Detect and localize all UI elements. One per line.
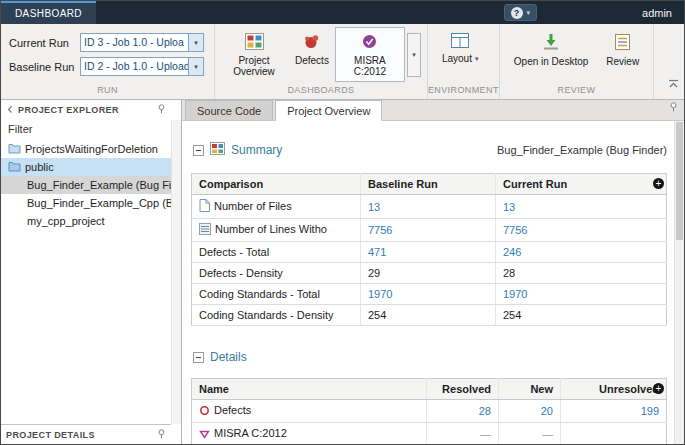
tab-project-overview[interactable]: Project Overview bbox=[275, 100, 382, 121]
new-value-link[interactable]: 20 bbox=[541, 405, 553, 417]
metric-name: Number of Lines Witho bbox=[215, 223, 327, 235]
review-group: Open in Desktop Review REVIEW bbox=[500, 24, 654, 99]
file-icon bbox=[199, 199, 210, 214]
sidebar-scrollbar[interactable] bbox=[171, 120, 181, 424]
baseline-run-value: ID 2 - Job 1.0 - Upload bbox=[81, 58, 188, 75]
tree-item-bug-finder-example-cpp[interactable]: Bug_Finder_Example_Cpp (Bu bbox=[1, 194, 171, 212]
category-name: MISRA C:2012 bbox=[214, 427, 287, 439]
tree-item-projects-waiting-for-deletion[interactable]: ProjectsWaitingForDeletion bbox=[1, 140, 171, 158]
project-overview-icon bbox=[245, 33, 264, 52]
dashboards-group-label: DASHBOARDS bbox=[215, 85, 427, 99]
add-widget-button[interactable]: + bbox=[653, 178, 664, 189]
current-value: 28 bbox=[503, 267, 515, 279]
help-button[interactable]: ? ▾ bbox=[504, 4, 538, 21]
current-value-link[interactable]: 7756 bbox=[503, 224, 527, 236]
metric-name: Defects - Total bbox=[199, 246, 269, 258]
collapse-panel-icon[interactable] bbox=[6, 105, 14, 116]
pin-icon[interactable] bbox=[157, 104, 166, 116]
tab-bar: Source Code Project Overview bbox=[182, 100, 684, 121]
tree-item-public[interactable]: public bbox=[1, 158, 171, 176]
unresolved-value-link[interactable]: 199 bbox=[641, 405, 659, 417]
current-value-link[interactable]: 246 bbox=[503, 246, 521, 258]
current-run-select[interactable]: ID 3 - Job 1.0 - Uploa ▾ bbox=[80, 33, 204, 52]
current-value-link[interactable]: 13 bbox=[503, 201, 515, 213]
details-title: Details bbox=[210, 350, 247, 364]
help-icon: ? bbox=[511, 7, 523, 19]
tree-item-my-cpp-project[interactable]: my_cpp_project bbox=[1, 212, 171, 230]
baseline-value-link[interactable]: 7756 bbox=[368, 224, 392, 236]
tree-item-label: public bbox=[25, 161, 54, 173]
tab-source-code[interactable]: Source Code bbox=[185, 100, 273, 120]
tree-item-label: ProjectsWaitingForDeletion bbox=[25, 143, 158, 155]
baseline-value-link[interactable]: 13 bbox=[368, 201, 380, 213]
project-name: Bug_Finder_Example (Bug Finder) bbox=[497, 144, 667, 156]
baseline-run-row: Baseline Run ID 2 - Job 1.0 - Upload ▾ bbox=[9, 57, 204, 76]
layout-button-label: Layout bbox=[442, 53, 472, 64]
details-header-row: Name Resolved New Unresolved bbox=[192, 379, 667, 400]
tree-item-bug-finder-example[interactable]: Bug_Finder_Example (Bug Fin bbox=[1, 176, 171, 194]
app-window: DASHBOARD ? ▾ admin Current Run ID 3 - J… bbox=[0, 0, 685, 445]
metric-name: Coding Standards - Total bbox=[199, 288, 320, 300]
table-row: MISRA C:2012 — — bbox=[192, 423, 667, 445]
new-value: — bbox=[542, 428, 553, 440]
current-run-label: Current Run bbox=[9, 37, 75, 49]
misra-icon bbox=[360, 33, 379, 52]
resolved-value-link[interactable]: 28 bbox=[479, 405, 491, 417]
details-table-wrap: Name Resolved New Unresolved Defects 28 … bbox=[191, 378, 667, 444]
column-header-resolved: Resolved bbox=[427, 379, 499, 400]
metric-name: Defects - Density bbox=[199, 267, 283, 279]
user-menu[interactable]: admin bbox=[642, 7, 672, 19]
collapse-details-icon[interactable] bbox=[193, 352, 204, 363]
pin-icon[interactable] bbox=[669, 98, 678, 116]
folder-icon bbox=[8, 143, 21, 156]
baseline-run-label: Baseline Run bbox=[9, 61, 75, 73]
pin-icon[interactable] bbox=[157, 429, 166, 441]
summary-table: Comparison Baseline Run Current Run Numb… bbox=[191, 173, 667, 326]
chevron-down-icon: ▾ bbox=[475, 55, 479, 63]
vertical-scrollbar[interactable] bbox=[674, 121, 684, 444]
column-header-baseline-run: Baseline Run bbox=[361, 174, 496, 195]
layout-button[interactable]: Layout ▾ bbox=[436, 27, 485, 82]
current-run-value: ID 3 - Job 1.0 - Uploa bbox=[81, 34, 188, 51]
column-header-unresolved: Unresolved bbox=[561, 379, 667, 400]
review-button-label: Review bbox=[606, 56, 639, 67]
table-row: Coding Standards - Total 1970 1970 bbox=[192, 284, 667, 305]
open-in-desktop-button[interactable]: Open in Desktop bbox=[508, 27, 595, 82]
environment-group-label: ENVIRONMENT bbox=[428, 85, 499, 99]
table-row: Defects 28 20 199 bbox=[192, 400, 667, 423]
defects-icon bbox=[302, 33, 321, 52]
main-body: PROJECT EXPLORER Filter ProjectsWaitingF… bbox=[1, 100, 684, 444]
scrollbar-thumb[interactable] bbox=[676, 122, 683, 240]
lines-icon bbox=[199, 223, 211, 237]
dashboard-tab[interactable]: DASHBOARD bbox=[1, 1, 96, 24]
project-details-header[interactable]: PROJECT DETAILS bbox=[1, 424, 171, 444]
current-value: 254 bbox=[503, 309, 521, 321]
summary-title: Summary bbox=[231, 143, 282, 157]
more-dashboards-dropdown[interactable]: ▾ bbox=[407, 33, 421, 77]
main-panel: Source Code Project Overview Summary Bug… bbox=[182, 100, 684, 444]
run-group: Current Run ID 3 - Job 1.0 - Uploa ▾ Bas… bbox=[1, 24, 215, 99]
environment-group: Layout ▾ ENVIRONMENT bbox=[428, 24, 500, 99]
layout-icon bbox=[451, 33, 469, 50]
project-overview-button[interactable]: Project Overview bbox=[219, 27, 289, 82]
baseline-value-link[interactable]: 471 bbox=[368, 246, 386, 258]
resolved-value: — bbox=[480, 428, 491, 440]
misra-button[interactable]: MISRA C:2012 bbox=[335, 27, 405, 82]
current-value-link[interactable]: 1970 bbox=[503, 288, 527, 300]
collapse-ribbon-icon[interactable] bbox=[668, 75, 679, 93]
summary-table-wrap: Comparison Baseline Run Current Run Numb… bbox=[191, 173, 667, 326]
chevron-down-icon: ▾ bbox=[188, 34, 203, 51]
details-table: Name Resolved New Unresolved Defects 28 … bbox=[191, 378, 667, 444]
baseline-value: 254 bbox=[368, 309, 386, 321]
baseline-run-select[interactable]: ID 2 - Job 1.0 - Upload ▾ bbox=[80, 57, 204, 76]
baseline-value-link[interactable]: 1970 bbox=[368, 288, 392, 300]
tree-item-label: my_cpp_project bbox=[27, 215, 105, 227]
project-explorer-header: PROJECT EXPLORER bbox=[1, 100, 171, 120]
review-button[interactable]: Review bbox=[600, 27, 645, 82]
add-widget-button[interactable]: + bbox=[653, 383, 664, 394]
table-row: Defects - Total 471 246 bbox=[192, 242, 667, 263]
column-header-new: New bbox=[499, 379, 561, 400]
metric-name: Coding Standards - Density bbox=[199, 309, 334, 321]
defects-button[interactable]: Defects bbox=[289, 27, 335, 82]
collapse-summary-icon[interactable] bbox=[193, 145, 204, 156]
